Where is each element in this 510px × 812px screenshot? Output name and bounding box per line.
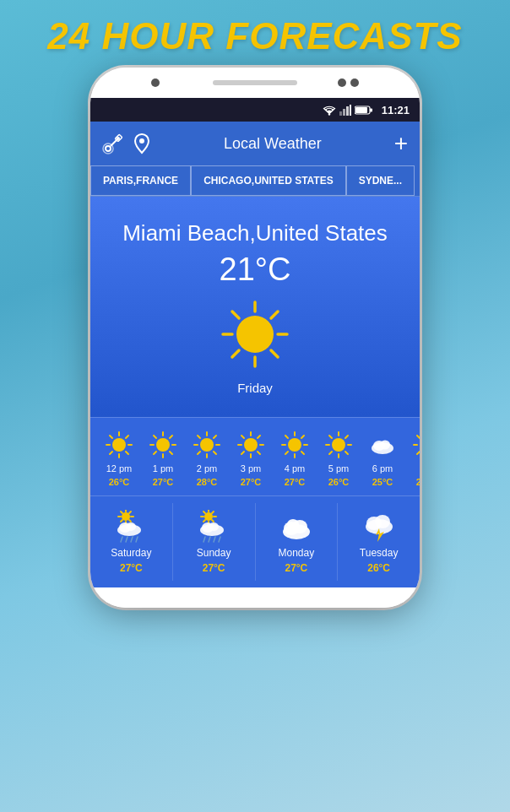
hour-item-1: 1 pm 27°C (141, 426, 185, 490)
svg-line-63 (285, 436, 288, 438)
svg-line-29 (126, 436, 128, 438)
sun-icon-container (107, 296, 403, 372)
svg-line-21 (232, 350, 239, 357)
svg-point-22 (236, 316, 274, 353)
hourly-section: 12 pm 26°C 1 (90, 417, 420, 495)
hour-sun-icon-0 (104, 430, 134, 460)
wifi-icon (323, 105, 336, 116)
svg-line-112 (203, 520, 205, 522)
svg-line-30 (110, 452, 112, 454)
svg-line-28 (126, 452, 128, 454)
monday-temp: 27°C (285, 562, 307, 574)
city-name: Miami Beach,United States (107, 220, 403, 246)
svg-rect-4 (350, 105, 351, 116)
phone-dot-1 (338, 78, 346, 87)
hourly-scroll[interactable]: 12 pm 26°C 1 (90, 426, 420, 490)
saturday-weather-icon (111, 510, 151, 544)
main-sun-icon (217, 296, 293, 372)
svg-line-118 (209, 537, 210, 542)
hour-sun-icon-3 (236, 430, 266, 460)
hour-item-3: 3 pm 27°C (229, 426, 273, 490)
tab-chicago[interactable]: CHICAGO,UNITED STATES (191, 165, 346, 196)
svg-line-73 (345, 452, 348, 454)
svg-rect-7 (370, 108, 372, 111)
current-temperature: 21°C (107, 252, 403, 288)
hour-time-2: 2 pm (197, 463, 217, 474)
hour-time-6: 6 pm (372, 463, 393, 474)
add-location-button[interactable]: + (394, 130, 408, 157)
day-label: Friday (107, 381, 403, 395)
main-title: 24 HOUR FORECASTS (47, 15, 462, 57)
monday-label: Monday (279, 547, 315, 559)
svg-rect-2 (343, 109, 345, 116)
hour-temp-7: 24°C (416, 477, 420, 487)
svg-line-55 (258, 452, 260, 454)
phone-camera-right-group (338, 78, 359, 87)
svg-line-36 (154, 436, 156, 438)
saturday-temp: 27°C (120, 562, 143, 574)
hour-item-4: 4 pm 27°C (273, 426, 317, 490)
svg-line-48 (198, 452, 200, 454)
saturday-label: Saturday (111, 547, 151, 559)
svg-line-64 (301, 452, 304, 454)
day-item-saturday: Saturday 27°C (90, 503, 173, 581)
battery-icon (355, 105, 373, 116)
svg-line-120 (219, 537, 220, 542)
weekly-section: Saturday 27°C (90, 495, 420, 587)
svg-point-49 (200, 438, 214, 452)
hour-time-0: 12 pm (106, 463, 133, 474)
svg-point-67 (288, 438, 301, 452)
svg-rect-1 (339, 111, 342, 116)
status-icons (323, 105, 373, 116)
svg-line-56 (258, 436, 260, 438)
svg-line-104 (136, 537, 138, 542)
svg-line-18 (232, 311, 239, 318)
hour-temp-4: 27°C (285, 477, 306, 487)
svg-point-113 (204, 512, 213, 521)
svg-line-117 (203, 537, 205, 542)
svg-rect-3 (346, 106, 349, 116)
svg-line-19 (271, 350, 278, 357)
hour-time-1: 1 pm (153, 463, 173, 474)
svg-line-119 (214, 537, 215, 542)
svg-point-8 (106, 146, 111, 151)
hour-time-4: 4 pm (285, 463, 305, 474)
svg-line-84 (417, 436, 420, 438)
svg-line-93 (121, 512, 122, 513)
tuesday-label: Tuesday (360, 547, 399, 559)
sunday-temp: 27°C (203, 562, 225, 574)
svg-line-39 (154, 452, 156, 454)
hour-temp-0: 26°C (109, 477, 130, 487)
svg-line-74 (345, 436, 348, 438)
hour-time-3: 3 pm (241, 463, 261, 474)
day-item-tuesday: Tuesday 26°C (338, 503, 420, 581)
tab-paris[interactable]: PARIS,FRANCE (90, 165, 191, 196)
svg-line-27 (110, 436, 112, 438)
satellite-icon[interactable] (102, 133, 124, 154)
tab-sydney[interactable]: SYDNE... (346, 165, 415, 196)
svg-line-46 (214, 452, 216, 454)
svg-point-76 (332, 438, 345, 452)
svg-point-40 (156, 438, 170, 452)
hour-temp-5: 26°C (328, 477, 350, 487)
hour-cloud-icon-6 (367, 430, 398, 460)
sunday-label: Sunday (197, 547, 231, 559)
svg-line-87 (417, 452, 420, 454)
svg-line-37 (170, 452, 172, 454)
phone-dot-2 (350, 78, 359, 87)
tuesday-temp: 26°C (367, 562, 390, 574)
svg-line-47 (214, 436, 216, 438)
phone-top-decoration (90, 68, 420, 98)
hour-sun-icon-1 (148, 430, 178, 460)
hour-temp-2: 28°C (197, 477, 218, 487)
hour-item-6: 6 pm 25°C (361, 426, 404, 490)
svg-line-57 (241, 452, 244, 454)
hour-item-5: 5 pm 26°C (317, 426, 361, 490)
hour-item-7: 7 p 24°C (404, 426, 420, 490)
hour-temp-6: 25°C (372, 477, 393, 487)
app-bar: Local Weather + (90, 122, 420, 165)
svg-point-127 (375, 515, 390, 528)
phone-shell: 11:21 Local Weather + PARIS,FRANCE CHICA… (90, 68, 420, 608)
location-icon[interactable] (133, 133, 151, 154)
location-tabs: PARIS,FRANCE CHICAGO,UNITED STATES SYDNE… (90, 165, 420, 197)
